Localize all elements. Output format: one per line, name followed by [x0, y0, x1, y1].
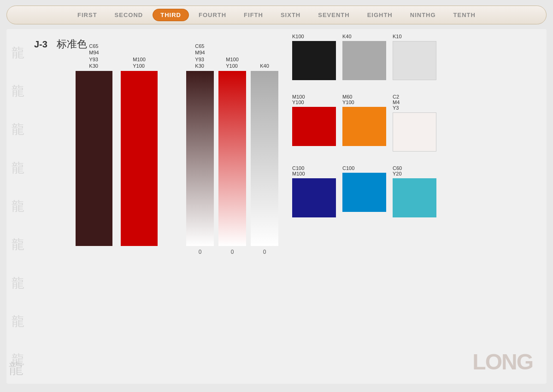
watermark-char-1: 龍 — [12, 85, 24, 98]
watermark-char-6: 龍 — [12, 277, 24, 290]
swatch-color-sw8 — [342, 173, 386, 212]
swatch-label-sw5: M60 Y100 — [342, 94, 386, 105]
swatch-label-sw6: C2 M4 Y3 — [393, 94, 436, 111]
swatch-label-sw7: C100 M100 — [292, 165, 336, 176]
nav-tab-third[interactable]: third — [153, 9, 189, 21]
swatch-item-sw5: M60 Y100 — [342, 94, 386, 152]
watermark-char-3: 龍 — [12, 162, 24, 175]
swatch-color-sw1 — [292, 41, 336, 80]
gradient-bar-gbar3: K400 — [251, 63, 278, 255]
gradient-swatch-gbar1 — [186, 71, 214, 246]
nav-tab-second[interactable]: SECOND — [107, 9, 151, 21]
solid-bar-bar2: M100 Y100 — [121, 56, 158, 246]
swatch-row-1: K100K40K10 — [292, 34, 436, 80]
nav-tab-fourth[interactable]: FOURTH — [191, 9, 234, 21]
bottom-watermark: 龍 — [9, 359, 24, 379]
swatch-color-sw3 — [393, 41, 436, 80]
swatch-color-sw2 — [342, 41, 386, 80]
navigation-bar: FIRSTSECONDthirdFOURTHFIFTHSIXTHSEVENTHE… — [6, 6, 547, 24]
gradient-label-gbar2: M100 Y100 — [226, 56, 239, 70]
swatch-color-sw9 — [393, 178, 436, 217]
swatch-item-sw2: K40 — [342, 34, 386, 80]
swatch-item-sw7: C100 M100 — [292, 165, 336, 217]
watermark-char-4: 龍 — [12, 200, 24, 213]
swatch-row-2: M100 Y100M60 Y100C2 M4 Y3 — [292, 94, 436, 152]
nav-tab-sixth[interactable]: SIXTH — [273, 9, 308, 21]
nav-tab-tenth[interactable]: TENTH — [446, 9, 483, 21]
swatch-label-sw8: C100 — [342, 165, 386, 171]
bar-label-bar2: M100 Y100 — [133, 56, 146, 70]
swatch-row-3: C100 M100C100C60 Y20 — [292, 165, 436, 217]
nav-tab-first[interactable]: FIRST — [70, 9, 105, 21]
swatch-item-sw8: C100 — [342, 165, 386, 217]
nav-tab-fifth[interactable]: FIFTH — [236, 9, 271, 21]
gradient-bottom-label-gbar1: 0 — [199, 249, 202, 255]
gradient-bottom-label-gbar2: 0 — [231, 249, 234, 255]
gradient-bars-section: C65 M94 Y93 K300M100 Y1000K400 — [186, 43, 278, 255]
nav-tab-seventh[interactable]: SEVENTH — [310, 9, 357, 21]
swatch-color-sw4 — [292, 107, 336, 146]
watermark-char-5: 龍 — [12, 238, 24, 251]
swatch-label-sw9: C60 Y20 — [393, 165, 436, 176]
solid-bar-bar1: C65 M94 Y93 K30 — [76, 43, 112, 246]
swatch-item-sw3: K10 — [393, 34, 436, 80]
nav-tab-eighth[interactable]: EIGHTH — [359, 9, 400, 21]
swatch-label-sw1: K100 — [292, 34, 336, 39]
swatch-label-sw4: M100 Y100 — [292, 94, 336, 105]
bottom-logo: LONG — [472, 349, 533, 374]
gradient-label-gbar3: K40 — [260, 63, 269, 69]
gradient-swatch-gbar2 — [218, 71, 246, 246]
watermark-left: 龍龍龍龍龍龍龍龍龍 — [6, 29, 29, 384]
small-swatches-section: K100K40K10M100 Y100M60 Y100C2 M4 Y3C100 … — [292, 34, 436, 231]
main-content-area: 龍龍龍龍龍龍龍龍龍 J-3 标准色 C65 M94 Y93 K30M100 Y1… — [6, 29, 547, 384]
gradient-swatch-gbar3 — [251, 71, 278, 246]
bar-label-bar1: C65 M94 Y93 K30 — [89, 43, 99, 69]
swatch-item-sw9: C60 Y20 — [393, 165, 436, 217]
gradient-bar-gbar2: M100 Y1000 — [218, 56, 246, 256]
swatch-color-sw6 — [393, 112, 436, 152]
nav-tab-ninthg[interactable]: NINTHG — [402, 9, 444, 21]
gradient-bottom-label-gbar3: 0 — [263, 249, 266, 255]
swatch-item-sw1: K100 — [292, 34, 336, 80]
bar-swatch-bar1 — [76, 71, 112, 246]
watermark-char-0: 龍 — [12, 47, 24, 59]
bar-swatch-bar2 — [121, 71, 158, 246]
gradient-label-gbar1: C65 M94 Y93 K30 — [195, 43, 205, 69]
page-code: J-3 — [34, 39, 47, 50]
watermark-char-2: 龍 — [12, 123, 24, 136]
swatch-item-sw4: M100 Y100 — [292, 94, 336, 152]
swatch-color-sw7 — [292, 178, 336, 217]
watermark-char-7: 龍 — [12, 315, 24, 328]
swatch-label-sw2: K40 — [342, 34, 386, 39]
swatch-color-sw5 — [342, 107, 386, 146]
swatch-item-sw6: C2 M4 Y3 — [393, 94, 436, 152]
swatch-label-sw3: K10 — [393, 34, 436, 39]
gradient-bar-gbar1: C65 M94 Y93 K300 — [186, 43, 214, 255]
solid-bars-section: C65 M94 Y93 K30M100 Y100 — [76, 43, 158, 246]
